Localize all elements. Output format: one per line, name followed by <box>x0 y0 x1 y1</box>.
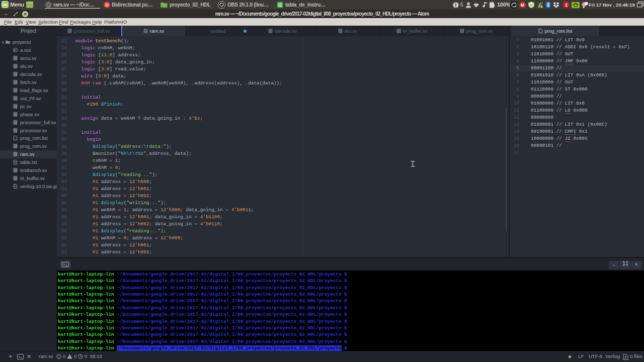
svg-text:2: 2 <box>565 3 568 8</box>
svg-text:M: M <box>521 3 524 8</box>
svg-text:O: O <box>105 3 109 8</box>
